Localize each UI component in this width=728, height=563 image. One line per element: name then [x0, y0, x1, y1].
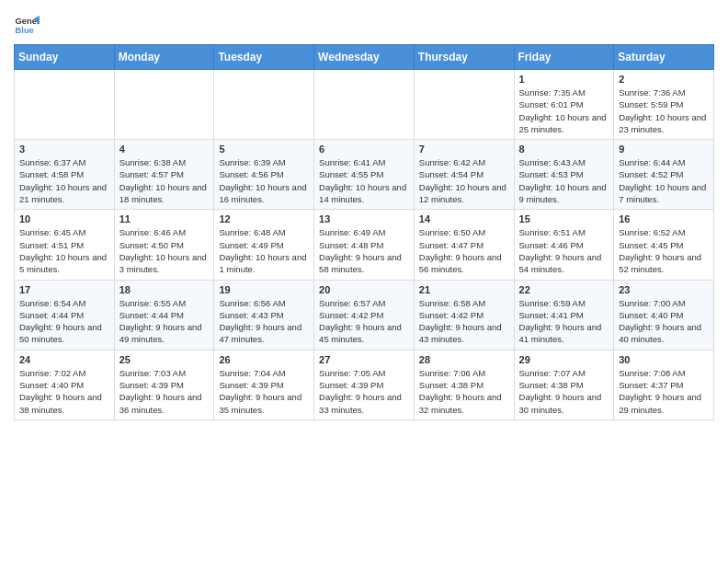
day-info: Sunrise: 6:42 AM Sunset: 4:54 PM Dayligh… — [419, 156, 509, 205]
calendar-cell: 28Sunrise: 7:06 AM Sunset: 4:38 PM Dayli… — [414, 350, 514, 419]
day-info: Sunrise: 6:57 AM Sunset: 4:42 PM Dayligh… — [319, 297, 409, 346]
day-number: 8 — [519, 144, 609, 155]
day-info: Sunrise: 7:02 AM Sunset: 4:40 PM Dayligh… — [19, 367, 109, 416]
day-number: 3 — [19, 144, 109, 155]
day-info: Sunrise: 7:07 AM Sunset: 4:38 PM Dayligh… — [519, 367, 609, 416]
calendar-cell: 8Sunrise: 6:43 AM Sunset: 4:53 PM Daylig… — [514, 140, 614, 210]
day-info: Sunrise: 6:38 AM Sunset: 4:57 PM Dayligh… — [119, 156, 210, 205]
page-header: General Blue — [14, 9, 714, 39]
day-number: 14 — [419, 213, 509, 224]
day-number: 25 — [119, 354, 210, 365]
calendar-cell: 19Sunrise: 6:56 AM Sunset: 4:43 PM Dayli… — [214, 280, 314, 350]
calendar-cell: 26Sunrise: 7:04 AM Sunset: 4:39 PM Dayli… — [214, 350, 314, 419]
day-info: Sunrise: 6:54 AM Sunset: 4:44 PM Dayligh… — [19, 297, 109, 346]
day-number: 22 — [519, 284, 609, 295]
day-info: Sunrise: 7:06 AM Sunset: 4:38 PM Dayligh… — [419, 367, 509, 416]
day-number: 1 — [519, 74, 609, 85]
day-number: 9 — [619, 144, 709, 155]
day-number: 23 — [619, 284, 709, 295]
day-info: Sunrise: 7:08 AM Sunset: 4:37 PM Dayligh… — [619, 367, 709, 416]
calendar-cell: 6Sunrise: 6:41 AM Sunset: 4:55 PM Daylig… — [314, 140, 415, 210]
day-info: Sunrise: 7:03 AM Sunset: 4:39 PM Dayligh… — [119, 367, 210, 416]
day-number: 17 — [19, 284, 109, 295]
calendar-week-0: 1Sunrise: 7:35 AM Sunset: 6:01 PM Daylig… — [15, 70, 714, 140]
calendar-week-1: 3Sunrise: 6:37 AM Sunset: 4:58 PM Daylig… — [15, 140, 714, 210]
day-number: 18 — [119, 284, 210, 295]
day-info: Sunrise: 6:48 AM Sunset: 4:49 PM Dayligh… — [219, 226, 309, 275]
day-number: 21 — [419, 284, 509, 295]
day-number: 4 — [119, 144, 210, 155]
day-info: Sunrise: 6:44 AM Sunset: 4:52 PM Dayligh… — [619, 156, 709, 205]
calendar-cell: 16Sunrise: 6:52 AM Sunset: 4:45 PM Dayli… — [614, 210, 714, 280]
weekday-header-row: SundayMondayTuesdayWednesdayThursdayFrid… — [15, 45, 714, 70]
calendar-cell: 13Sunrise: 6:49 AM Sunset: 4:48 PM Dayli… — [314, 210, 415, 280]
calendar-cell — [214, 70, 314, 140]
day-info: Sunrise: 6:43 AM Sunset: 4:53 PM Dayligh… — [519, 156, 609, 205]
day-info: Sunrise: 6:45 AM Sunset: 4:51 PM Dayligh… — [19, 226, 109, 275]
day-number: 2 — [619, 74, 709, 85]
calendar-cell: 5Sunrise: 6:39 AM Sunset: 4:56 PM Daylig… — [214, 140, 314, 210]
day-number: 7 — [419, 144, 509, 155]
day-number: 15 — [519, 213, 609, 224]
day-info: Sunrise: 6:52 AM Sunset: 4:45 PM Dayligh… — [619, 226, 709, 275]
calendar-cell: 10Sunrise: 6:45 AM Sunset: 4:51 PM Dayli… — [15, 210, 115, 280]
day-info: Sunrise: 7:36 AM Sunset: 5:59 PM Dayligh… — [619, 86, 709, 135]
svg-text:Blue: Blue — [16, 26, 34, 35]
day-info: Sunrise: 7:35 AM Sunset: 6:01 PM Dayligh… — [519, 86, 609, 135]
logo: General Blue — [14, 13, 40, 39]
day-info: Sunrise: 6:49 AM Sunset: 4:48 PM Dayligh… — [319, 226, 409, 275]
day-info: Sunrise: 6:39 AM Sunset: 4:56 PM Dayligh… — [219, 156, 309, 205]
logo-icon: General Blue — [14, 13, 40, 39]
calendar-cell: 12Sunrise: 6:48 AM Sunset: 4:49 PM Dayli… — [214, 210, 314, 280]
calendar-cell: 7Sunrise: 6:42 AM Sunset: 4:54 PM Daylig… — [414, 140, 514, 210]
day-number: 29 — [519, 354, 609, 365]
day-number: 19 — [219, 284, 309, 295]
day-number: 30 — [619, 354, 709, 365]
day-info: Sunrise: 6:37 AM Sunset: 4:58 PM Dayligh… — [19, 156, 109, 205]
weekday-header-thursday: Thursday — [414, 45, 514, 70]
day-info: Sunrise: 6:51 AM Sunset: 4:46 PM Dayligh… — [519, 226, 609, 275]
calendar-cell: 4Sunrise: 6:38 AM Sunset: 4:57 PM Daylig… — [114, 140, 214, 210]
calendar-cell: 24Sunrise: 7:02 AM Sunset: 4:40 PM Dayli… — [15, 350, 115, 419]
calendar-week-4: 24Sunrise: 7:02 AM Sunset: 4:40 PM Dayli… — [15, 350, 714, 419]
weekday-header-saturday: Saturday — [614, 45, 714, 70]
calendar-cell: 21Sunrise: 6:58 AM Sunset: 4:42 PM Dayli… — [414, 280, 514, 350]
day-number: 12 — [219, 213, 309, 224]
day-number: 20 — [319, 284, 409, 295]
calendar-cell — [314, 70, 415, 140]
day-info: Sunrise: 7:00 AM Sunset: 4:40 PM Dayligh… — [619, 297, 709, 346]
calendar-week-3: 17Sunrise: 6:54 AM Sunset: 4:44 PM Dayli… — [15, 280, 714, 350]
calendar-cell — [114, 70, 214, 140]
day-number: 26 — [219, 354, 309, 365]
day-number: 28 — [419, 354, 509, 365]
day-number: 24 — [19, 354, 109, 365]
calendar-cell: 18Sunrise: 6:55 AM Sunset: 4:44 PM Dayli… — [114, 280, 214, 350]
day-info: Sunrise: 6:56 AM Sunset: 4:43 PM Dayligh… — [219, 297, 309, 346]
weekday-header-sunday: Sunday — [15, 45, 115, 70]
calendar-header: SundayMondayTuesdayWednesdayThursdayFrid… — [15, 45, 714, 70]
day-info: Sunrise: 7:05 AM Sunset: 4:39 PM Dayligh… — [319, 367, 409, 416]
day-number: 16 — [619, 213, 709, 224]
calendar-cell: 11Sunrise: 6:46 AM Sunset: 4:50 PM Dayli… — [114, 210, 214, 280]
day-number: 11 — [119, 213, 210, 224]
calendar-cell: 27Sunrise: 7:05 AM Sunset: 4:39 PM Dayli… — [314, 350, 415, 419]
day-number: 27 — [319, 354, 409, 365]
calendar-cell: 2Sunrise: 7:36 AM Sunset: 5:59 PM Daylig… — [614, 70, 714, 140]
calendar-body: 1Sunrise: 7:35 AM Sunset: 6:01 PM Daylig… — [15, 70, 714, 420]
day-info: Sunrise: 7:04 AM Sunset: 4:39 PM Dayligh… — [219, 367, 309, 416]
day-info: Sunrise: 6:41 AM Sunset: 4:55 PM Dayligh… — [319, 156, 409, 205]
day-number: 6 — [319, 144, 409, 155]
calendar-cell: 15Sunrise: 6:51 AM Sunset: 4:46 PM Dayli… — [514, 210, 614, 280]
calendar-cell: 3Sunrise: 6:37 AM Sunset: 4:58 PM Daylig… — [15, 140, 115, 210]
calendar-cell: 23Sunrise: 7:00 AM Sunset: 4:40 PM Dayli… — [614, 280, 714, 350]
calendar-cell — [15, 70, 115, 140]
day-number: 5 — [219, 144, 309, 155]
calendar-cell: 30Sunrise: 7:08 AM Sunset: 4:37 PM Dayli… — [614, 350, 714, 419]
day-number: 13 — [319, 213, 409, 224]
calendar-cell: 1Sunrise: 7:35 AM Sunset: 6:01 PM Daylig… — [514, 70, 614, 140]
weekday-header-monday: Monday — [114, 45, 214, 70]
weekday-header-friday: Friday — [514, 45, 614, 70]
day-info: Sunrise: 6:59 AM Sunset: 4:41 PM Dayligh… — [519, 297, 609, 346]
day-info: Sunrise: 6:55 AM Sunset: 4:44 PM Dayligh… — [119, 297, 210, 346]
day-info: Sunrise: 6:46 AM Sunset: 4:50 PM Dayligh… — [119, 226, 210, 275]
